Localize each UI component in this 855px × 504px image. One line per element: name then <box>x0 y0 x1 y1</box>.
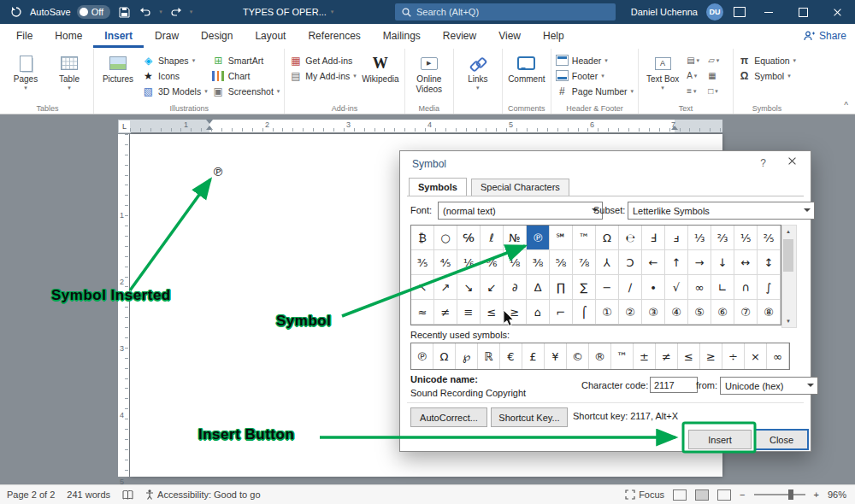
minimize-button[interactable] <box>756 0 781 24</box>
object-button[interactable]: □▾ <box>708 84 728 98</box>
recent-symbol-cell[interactable]: ≥ <box>700 343 722 369</box>
symbol-cell[interactable]: ⅛ <box>504 250 527 275</box>
ribbon-tab-review[interactable]: Review <box>432 24 487 48</box>
symbol-cell[interactable]: ™ <box>573 226 596 250</box>
symbol-cell[interactable]: ℮ <box>619 226 642 250</box>
symbol-cell[interactable]: ③ <box>642 300 665 325</box>
symbol-cell[interactable]: ⅙ <box>457 250 481 275</box>
chevron-down-icon[interactable]: ▾ <box>159 9 162 15</box>
read-mode-icon[interactable] <box>673 489 687 501</box>
symbol-cell[interactable]: ⑦ <box>734 300 758 325</box>
symbol-cell[interactable]: ↑ <box>665 250 688 275</box>
symbol-cell[interactable]: ℠ <box>550 226 573 250</box>
insert-button[interactable]: Insert <box>688 430 752 449</box>
symbol-cell[interactable]: ∟ <box>711 275 734 300</box>
ribbon-tab-draw[interactable]: Draw <box>144 24 190 48</box>
zoom-slider-thumb[interactable] <box>788 489 793 500</box>
text-box-button[interactable]: A Text Box ▾ <box>643 50 682 91</box>
online-videos-button[interactable]: ▶ Online Videos <box>410 50 449 94</box>
symbol-cell[interactable]: ≈ <box>411 300 434 325</box>
ribbon-tab-help[interactable]: Help <box>532 24 575 48</box>
symbol-cell[interactable]: ④ <box>665 300 688 325</box>
vertical-ruler[interactable]: 12345 <box>118 134 129 477</box>
ribbon-tab-mailings[interactable]: Mailings <box>372 24 432 48</box>
search-input[interactable]: Search (Alt+Q) <box>395 3 616 21</box>
symbol-cell[interactable]: Ↄ <box>619 250 642 275</box>
symbol-cell[interactable]: ≡ <box>457 300 481 325</box>
symbol-cell[interactable]: ⅔ <box>711 226 734 250</box>
symbol-cell[interactable]: ≠ <box>434 300 457 325</box>
autosave-toggle[interactable]: Off <box>77 5 110 19</box>
symbol-grid-scrollbar[interactable]: ▲ ▼ <box>781 225 797 328</box>
header-button[interactable]: Header▾ <box>556 54 634 67</box>
equation-button[interactable]: πEquation▾ <box>738 54 796 67</box>
3d-models-button[interactable]: ▧3D Models▾ <box>142 85 208 97</box>
symbol-cell[interactable]: − <box>596 275 619 300</box>
symbol-cell[interactable]: ∕ <box>619 275 642 300</box>
symbol-cell[interactable]: ≥ <box>504 300 527 325</box>
zoom-slider[interactable] <box>754 494 805 495</box>
tab-selector[interactable]: L <box>118 120 131 133</box>
symbol-cell[interactable]: ↖ <box>411 275 434 300</box>
symbol-cell[interactable]: ↘ <box>457 275 481 300</box>
my-addins-button[interactable]: ▤My Add-ins▾ <box>289 69 356 82</box>
symbol-cell[interactable]: ≤ <box>481 300 504 325</box>
recent-symbol-cell[interactable]: × <box>745 343 767 369</box>
quick-parts-button[interactable]: ▤▾ <box>687 53 707 67</box>
avatar[interactable]: DU <box>706 3 723 21</box>
symbol-cell[interactable]: √ <box>665 275 688 300</box>
page-number-button[interactable]: #Page Number▾ <box>556 85 634 97</box>
recent-symbol-cell[interactable]: ≤ <box>678 343 700 369</box>
shortcut-key-button[interactable]: Shortcut Key... <box>491 407 568 427</box>
symbol-cell[interactable]: ℗ <box>527 226 550 250</box>
print-layout-icon[interactable] <box>695 489 709 501</box>
document-title[interactable]: TYPES OF OPER... ▾ <box>243 0 333 24</box>
comment-button[interactable]: Comment <box>507 50 546 85</box>
screenshot-button[interactable]: ▣Screenshot▾ <box>212 85 280 97</box>
symbol-cell[interactable]: ⅝ <box>550 250 573 275</box>
symbol-cell[interactable]: ∫ <box>758 275 781 300</box>
symbol-cell[interactable]: ① <box>596 300 619 325</box>
character-code-input[interactable]: 2117 <box>650 377 698 393</box>
symbol-cell[interactable]: ⅘ <box>434 250 457 275</box>
web-layout-icon[interactable] <box>717 489 731 501</box>
symbol-cell[interactable]: ℅ <box>457 226 481 250</box>
drop-cap-button[interactable]: ≡▾ <box>687 84 707 98</box>
dialog-close-icon[interactable] <box>787 156 797 167</box>
recent-symbol-cell[interactable]: Ω <box>433 343 456 369</box>
recent-symbol-cell[interactable]: ™ <box>611 343 634 369</box>
symbol-cell[interactable]: № <box>504 226 527 250</box>
symbol-cell[interactable]: ⅚ <box>481 250 504 275</box>
redo-icon[interactable] <box>168 4 184 20</box>
symbol-cell[interactable]: ∞ <box>688 275 711 300</box>
ribbon-tab-home[interactable]: Home <box>44 24 93 48</box>
table-button[interactable]: Table ▾ <box>50 50 89 91</box>
ribbon-tab-insert[interactable]: Insert <box>93 24 144 48</box>
symbol-button[interactable]: ΩSymbol▾ <box>738 69 796 82</box>
symbol-cell[interactable]: ⌐ <box>550 300 573 325</box>
accessibility-status[interactable]: Accessibility: Good to go <box>145 489 260 500</box>
horizontal-ruler[interactable]: 1234567 <box>130 120 722 132</box>
symbol-cell[interactable]: ⅜ <box>527 250 550 275</box>
font-select[interactable]: (normal text) <box>438 202 603 220</box>
icons-button[interactable]: ★Icons <box>142 69 208 82</box>
recent-symbol-cell[interactable]: ¥ <box>545 343 567 369</box>
zoom-out-icon[interactable]: − <box>740 489 745 500</box>
save-icon[interactable] <box>116 4 132 20</box>
symbol-cell[interactable]: ↓ <box>711 250 734 275</box>
recent-symbol-cell[interactable]: ℝ <box>478 343 500 369</box>
symbol-cell[interactable]: ∏ <box>550 275 573 300</box>
word-count[interactable]: 241 words <box>67 489 110 500</box>
footer-button[interactable]: Footer▾ <box>556 69 634 82</box>
wikipedia-button[interactable]: W Wikipedia <box>361 50 400 85</box>
ribbon-tab-design[interactable]: Design <box>190 24 244 48</box>
subset-select[interactable]: Letterlike Symbols <box>628 202 815 220</box>
dialog-help-icon[interactable]: ? <box>760 157 766 169</box>
recent-symbol-cell[interactable]: © <box>567 343 589 369</box>
scroll-down-icon[interactable]: ▼ <box>782 315 794 327</box>
recent-symbol-cell[interactable]: ÷ <box>722 343 745 369</box>
from-select[interactable]: Unicode (hex) <box>720 377 818 395</box>
zoom-level[interactable]: 96% <box>828 489 846 500</box>
recent-symbol-cell[interactable]: € <box>500 343 522 369</box>
get-addins-button[interactable]: ▦Get Add-ins <box>289 54 356 67</box>
